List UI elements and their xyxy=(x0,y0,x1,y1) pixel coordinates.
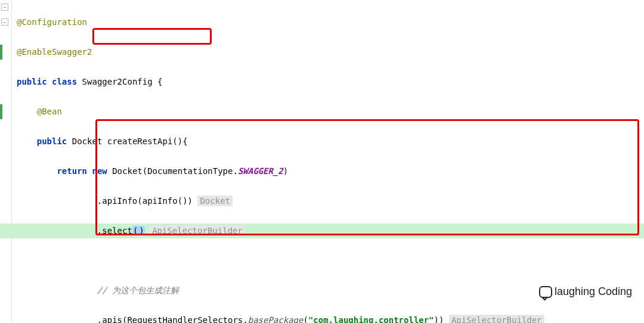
code-area[interactable]: @Configuration @EnableSwagger2 public cl… xyxy=(12,0,644,323)
wechat-icon xyxy=(539,286,552,298)
class-name: Swagger2Config xyxy=(82,77,153,86)
method-name: createRestApi(){ xyxy=(107,136,188,146)
code-text: )) xyxy=(434,315,449,323)
comment: // 为这个包生成注解 xyxy=(97,285,179,295)
watermark: laughing Coding xyxy=(539,284,632,299)
keyword: new xyxy=(92,166,112,176)
inlay-hint: Docket xyxy=(197,195,233,206)
code-line: .apiInfo(apiInfo()) Docket xyxy=(17,194,644,209)
code-line: public Docket createRestApi(){ xyxy=(17,134,644,149)
code-text: Docket(DocumentationType. xyxy=(112,166,238,176)
annotation: @EnableSwagger2 xyxy=(17,47,92,57)
code-line xyxy=(17,253,644,268)
code-line: public class Swagger2Config { xyxy=(17,74,644,89)
inlay-hint: ApiSelectorBuilder xyxy=(449,315,544,323)
code-editor: − − @Configuration @EnableSwagger2 publi… xyxy=(0,0,644,323)
fold-icon[interactable]: − xyxy=(1,18,8,26)
keyword: public xyxy=(17,77,52,86)
code-line: .apis(RequestHandlerSelectors.basePackag… xyxy=(17,313,644,323)
static-method: basePackage xyxy=(248,315,304,323)
inlay-hint: ApiSelectorBuilder xyxy=(150,225,245,236)
annotation: @Configuration xyxy=(17,17,87,27)
code-line: return new Docket(DocumentationType.SWAG… xyxy=(17,164,644,179)
keyword: class xyxy=(52,77,82,86)
brace: { xyxy=(153,77,163,86)
keyword: public xyxy=(37,136,72,146)
annotation: @Bean xyxy=(37,107,62,116)
code-text: ( xyxy=(303,315,308,323)
editor-gutter: − − xyxy=(0,0,12,323)
caret: ) xyxy=(138,226,144,235)
code-text: .apiInfo(apiInfo()) xyxy=(97,196,198,206)
code-text: ) xyxy=(283,166,288,176)
vcs-marker xyxy=(0,45,2,60)
code-line: @EnableSwagger2 xyxy=(17,45,644,60)
code-line-current: .select() ApiSelectorBuilder xyxy=(0,223,644,238)
caret: ( xyxy=(132,226,138,235)
type: Docket xyxy=(72,136,107,146)
code-text: .apis(RequestHandlerSelectors. xyxy=(97,315,248,323)
constant: SWAGGER_2 xyxy=(238,166,283,176)
code-line: @Bean xyxy=(17,104,644,119)
string: "com.laughing.controller" xyxy=(308,315,434,323)
keyword: return xyxy=(57,166,92,176)
watermark-text: laughing Coding xyxy=(555,284,632,299)
code-line: @Configuration xyxy=(17,15,644,30)
code-text: .select xyxy=(97,226,132,235)
vcs-marker xyxy=(0,104,2,119)
fold-icon[interactable]: − xyxy=(1,4,8,11)
